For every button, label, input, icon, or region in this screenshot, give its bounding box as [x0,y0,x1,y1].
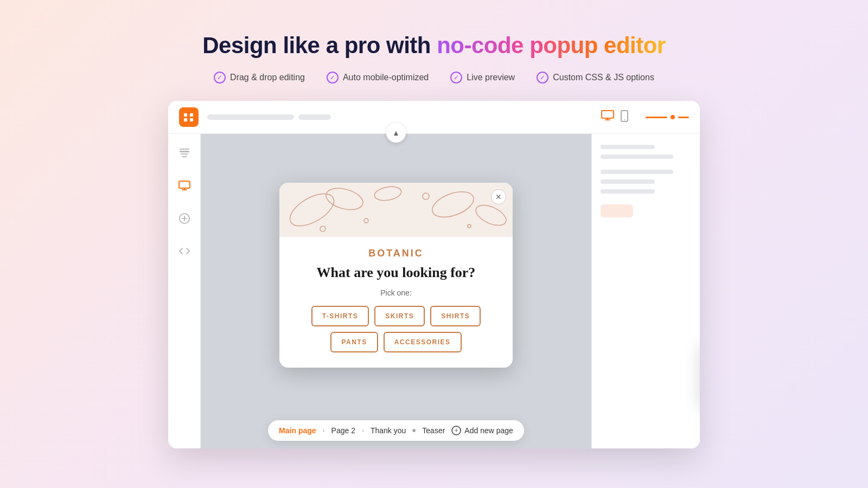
svg-point-21 [423,193,429,200]
svg-point-19 [373,184,402,202]
svg-point-18 [473,201,509,229]
popup-body: BOTANIC What are you looking for? Pick o… [279,237,513,368]
popup-modal: ✕ BOTANIC What are you looking for? Pick… [279,183,513,368]
feature-mobile-label: Auto mobile-optimized [343,73,429,82]
check-icon-2: ✓ [327,72,339,84]
desktop-icon[interactable] [601,110,614,125]
feature-mobile: ✓ Auto mobile-optimized [327,72,429,84]
topbar-controls [646,115,689,119]
svg-point-17 [429,187,477,222]
page-nav-teaser[interactable]: Teaser [422,426,445,435]
svg-rect-8 [182,156,187,157]
svg-rect-5 [180,151,189,152]
check-icon-3: ✓ [450,72,462,84]
panel-line-5 [601,189,655,194]
ctrl-dot [671,115,675,119]
app-topbar [168,101,700,134]
panel-button-mock [601,204,633,217]
popup-subtitle: Pick one: [295,288,497,297]
app-logo[interactable] [179,107,199,127]
feature-preview: ✓ Live preview [450,72,515,84]
panel-line-4 [601,179,655,184]
popup-header [279,183,513,237]
popup-buttons-row2: PANTS ACCESSORIES [295,332,497,352]
popup-btn-accessories[interactable]: ACCESSORIES [384,332,462,352]
feature-css-label: Custom CSS & JS options [553,73,654,82]
tab-bar-short [298,114,331,120]
feature-drag-drop: ✓ Drag & drop editing [214,72,305,84]
svg-point-22 [468,224,471,228]
popup-btn-shirts[interactable]: SHIRTS [430,306,481,326]
tab-bar-long [207,114,294,120]
app-body: ✕ BOTANIC What are you looking for? Pick… [168,134,700,448]
logo-grid [184,113,194,121]
panel-line-1 [601,145,655,149]
sidebar-left [168,134,201,448]
features-row: ✓ Drag & drop editing ✓ Auto mobile-opti… [214,72,654,84]
popup-btn-skirts[interactable]: SKIRTS [374,306,425,326]
ctrl-line-2 [678,117,689,118]
page-nav: Main page › Page 2 › Thank you Teaser + … [268,420,524,441]
page-nav-page2[interactable]: Page 2 [331,426,355,435]
device-icons [601,110,628,125]
svg-point-20 [364,219,368,223]
page-title: Design like a pro with no-code popup edi… [202,33,666,59]
svg-point-4 [624,119,625,120]
app-window: ✕ BOTANIC What are you looking for? Pick… [168,101,700,448]
mobile-icon[interactable] [621,110,628,125]
svg-point-15 [285,187,339,232]
sidebar-icon-code[interactable] [176,242,193,260]
chevron-up-button[interactable]: ▲ [386,123,406,143]
nav-dot [412,429,416,432]
nav-chevron-2: › [362,427,364,434]
page-nav-main[interactable]: Main page [279,426,316,435]
sidebar-icon-layers[interactable] [176,145,193,162]
panel-line-3 [601,170,673,174]
svg-point-23 [320,226,326,232]
right-panel: Change color [591,134,700,448]
panel-line-2 [601,155,673,159]
sidebar-icon-desktop[interactable] [176,177,193,195]
sidebar-icon-add[interactable] [176,210,193,227]
feature-drag-drop-label: Drag & drop editing [230,73,305,82]
popup-title: What are you looking for? [295,265,497,281]
feature-css: ✓ Custom CSS & JS options [537,72,654,84]
ctrl-line-1 [646,117,667,118]
feature-preview-label: Live preview [467,73,515,82]
panel-group-2 [601,170,691,194]
svg-rect-9 [179,181,190,188]
svg-rect-7 [181,153,188,155]
popup-btn-pants[interactable]: PANTS [330,332,378,352]
topbar-tabs [207,114,592,120]
popup-close-button[interactable]: ✕ [491,189,506,204]
page-nav-add[interactable]: + Add new page [451,426,513,435]
panel-group-1 [601,145,691,159]
check-icon-4: ✓ [537,72,548,84]
add-page-icon: + [451,426,461,435]
svg-rect-0 [602,111,614,118]
svg-rect-6 [180,149,189,150]
nav-chevron-1: › [323,427,325,434]
check-icon: ✓ [214,72,226,84]
popup-brand: BOTANIC [295,248,497,259]
canvas-area: ✕ BOTANIC What are you looking for? Pick… [201,134,591,448]
svg-point-16 [324,184,366,213]
popup-buttons-row1: T-SHIRTS SKIRTS SHIRTS [295,306,497,326]
page-nav-add-label: Add new page [464,426,513,435]
popup-btn-tshirts[interactable]: T-SHIRTS [311,306,369,326]
page-nav-thankyou[interactable]: Thank you [371,426,406,435]
